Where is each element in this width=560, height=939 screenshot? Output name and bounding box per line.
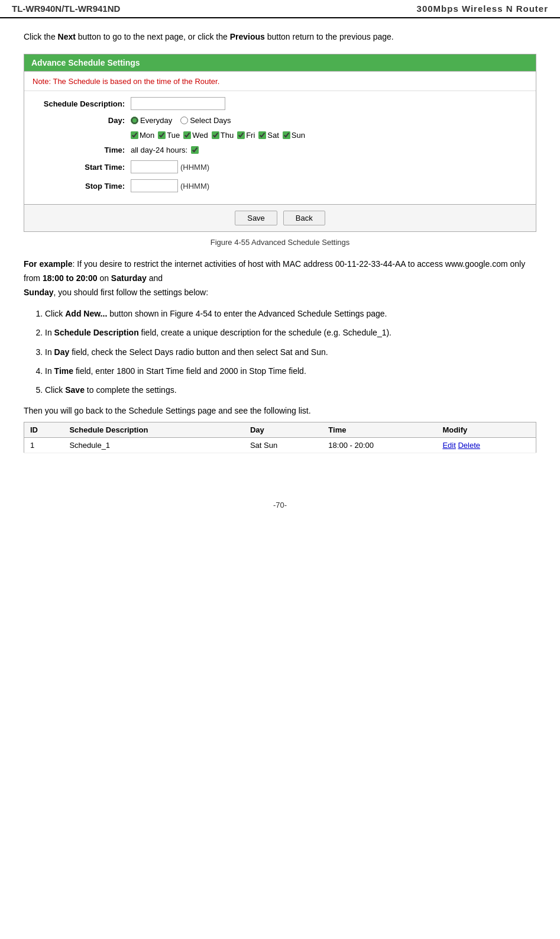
day-mon-checkbox[interactable]	[131, 131, 138, 139]
example-newline-rest: , you should first follow the settings b…	[54, 288, 208, 297]
time-row: Time: all day-24 hours:	[36, 146, 524, 154]
schedule-description-row: Schedule Description:	[36, 97, 524, 110]
for-example-bold: For example	[24, 259, 72, 269]
step-1: Click Add New... button shown in Figure …	[45, 307, 536, 320]
step-2-after: field, create a unique description for t…	[139, 328, 391, 337]
col-time: Time	[322, 422, 436, 438]
start-time-control: (HHMM)	[131, 160, 209, 173]
select-days-radio[interactable]	[180, 117, 188, 124]
stop-time-input[interactable]	[131, 179, 178, 192]
start-time-hint: (HHMM)	[180, 163, 209, 172]
step-5-bold: Save	[65, 385, 85, 395]
day-sun-label[interactable]: Sun	[283, 131, 305, 140]
header-product-type: 300Mbps Wireless N Router	[417, 4, 548, 14]
day-sun-checkbox[interactable]	[283, 131, 290, 139]
schedule-table-body: 1 Schedule_1 Sat Sun 18:00 - 20:00 Edit …	[24, 438, 536, 453]
header-product-name: TL-WR940N/TL-WR941ND	[12, 4, 120, 14]
step-3-bold: Day	[54, 347, 70, 357]
form-note-row: Note: The Schedule is based on the time …	[24, 72, 536, 91]
form-note-text: Note: The Schedule is based on the time …	[33, 77, 219, 86]
step-4-bold: Time	[54, 366, 73, 376]
select-days-radio-label[interactable]: Select Days	[180, 116, 231, 125]
day-sun-text: Sun	[292, 131, 305, 140]
intro-text-between: button to go to the next page, or click …	[76, 32, 230, 41]
everyday-radio[interactable]	[131, 117, 138, 124]
day-sat-label[interactable]: Sat	[258, 131, 279, 140]
example-saturday-bold: Saturday	[111, 273, 147, 283]
stop-time-label: Stop Time:	[36, 182, 131, 191]
step-3: In Day field, check the Select Days radi…	[45, 346, 536, 359]
col-id: ID	[24, 422, 64, 438]
step-1-after: button shown in Figure 4-54 to enter the…	[107, 309, 387, 318]
step-2-bold: Schedule Description	[54, 328, 139, 337]
day-fri-text: Fri	[246, 131, 255, 140]
step-5: Click Save to complete the settings.	[45, 383, 536, 396]
form-title: Advance Schedule Settings	[24, 54, 536, 72]
day-mon-label[interactable]: Mon	[131, 131, 154, 140]
schedule-description-control	[131, 97, 225, 110]
schedule-table-header-row: ID Schedule Description Day Time Modify	[24, 422, 536, 438]
example-time-bold: 18:00 to 20:00	[43, 273, 98, 283]
day-wed-label[interactable]: Wed	[183, 131, 208, 140]
day-fri-checkbox[interactable]	[237, 131, 245, 139]
step-4-before: In	[45, 366, 54, 376]
day-tue-checkbox[interactable]	[158, 131, 166, 139]
page-number: -70-	[273, 501, 287, 509]
everyday-radio-label[interactable]: Everyday	[131, 116, 172, 125]
page-footer: -70-	[0, 501, 560, 521]
days-checkboxes-row: Mon Tue Wed Thu	[36, 131, 524, 140]
col-description: Schedule Description	[63, 422, 244, 438]
allday-text: all day-24 hours:	[131, 146, 187, 154]
step-4-after: field, enter 1800 in Start Time field an…	[73, 366, 306, 376]
allday-checkbox[interactable]	[191, 146, 199, 154]
start-time-input[interactable]	[131, 160, 178, 173]
day-mon-text: Mon	[140, 131, 154, 140]
step-3-before: In	[45, 347, 54, 357]
back-button[interactable]: Back	[283, 211, 325, 225]
col-day: Day	[244, 422, 322, 438]
row-time: 18:00 - 20:00	[322, 438, 436, 453]
figure-caption: Figure 4-55 Advanced Schedule Settings	[24, 238, 536, 247]
step-4: In Time field, enter 1800 in Start Time …	[45, 364, 536, 377]
example-and: and	[147, 273, 163, 283]
page-content: Click the Next button to go to the next …	[0, 18, 560, 477]
advance-schedule-settings-form: Advance Schedule Settings Note: The Sche…	[24, 54, 536, 232]
row-day: Sat Sun	[244, 438, 322, 453]
page-header: TL-WR940N/TL-WR941ND 300Mbps Wireless N …	[0, 0, 560, 18]
step-1-bold: Add New...	[65, 309, 107, 318]
day-fri-label[interactable]: Fri	[237, 131, 255, 140]
day-tue-text: Tue	[167, 131, 180, 140]
intro-text-after: button return to the previous page.	[265, 32, 394, 41]
then-text: Then you will go back to the Schedule Se…	[24, 404, 536, 417]
example-on: on	[98, 273, 111, 283]
intro-next-bold: Next	[58, 32, 76, 41]
form-footer: Save Back	[24, 204, 536, 231]
row-modify: Edit Delete	[436, 438, 536, 453]
col-modify: Modify	[436, 422, 536, 438]
schedule-table: ID Schedule Description Day Time Modify …	[24, 422, 536, 453]
schedule-table-head: ID Schedule Description Day Time Modify	[24, 422, 536, 438]
schedule-description-input[interactable]	[131, 97, 225, 110]
example-paragraph: For example: If you desire to restrict t…	[24, 257, 536, 299]
stop-time-hint: (HHMM)	[180, 182, 209, 191]
edit-link[interactable]: Edit	[442, 441, 455, 450]
day-tue-label[interactable]: Tue	[158, 131, 180, 140]
day-sat-checkbox[interactable]	[258, 131, 266, 139]
example-sunday-bold: Sunday	[24, 288, 54, 297]
time-label: Time:	[36, 146, 131, 154]
intro-previous-bold: Previous	[230, 32, 265, 41]
table-row: 1 Schedule_1 Sat Sun 18:00 - 20:00 Edit …	[24, 438, 536, 453]
delete-link[interactable]: Delete	[458, 441, 480, 450]
day-thu-checkbox[interactable]	[212, 131, 219, 139]
step-2: In Schedule Description field, create a …	[45, 326, 536, 339]
stop-time-row: Stop Time: (HHMM)	[36, 179, 524, 192]
schedule-description-label: Schedule Description:	[36, 99, 131, 108]
stop-time-control: (HHMM)	[131, 179, 209, 192]
day-thu-label[interactable]: Thu	[212, 131, 234, 140]
steps-list: Click Add New... button shown in Figure …	[45, 307, 536, 397]
save-button[interactable]: Save	[235, 211, 277, 225]
intro-paragraph: Click the Next button to go to the next …	[24, 30, 536, 43]
row-id: 1	[24, 438, 64, 453]
day-wed-checkbox[interactable]	[183, 131, 191, 139]
day-control: Everyday Select Days	[131, 116, 237, 125]
